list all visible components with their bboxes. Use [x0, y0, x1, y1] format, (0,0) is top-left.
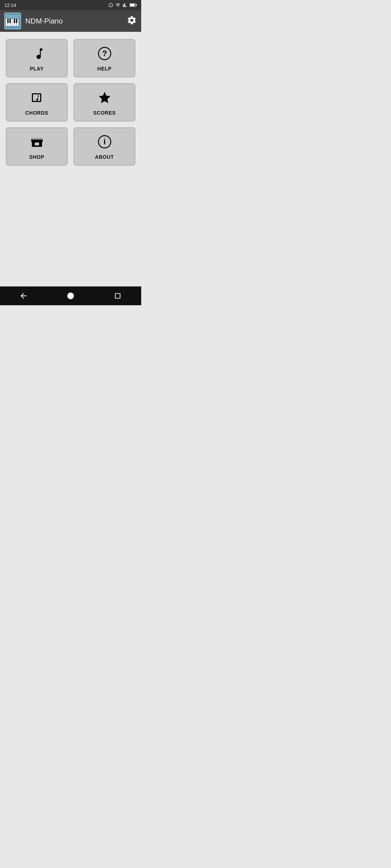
svg-text:?: ? [102, 49, 107, 58]
notification-icon [108, 3, 113, 8]
play-icon [30, 46, 44, 63]
recents-button[interactable] [107, 289, 129, 303]
battery-icon [130, 3, 137, 7]
app-logo [4, 13, 21, 29]
svg-rect-11 [9, 19, 11, 23]
svg-rect-28 [115, 293, 120, 298]
svg-rect-23 [35, 142, 39, 145]
help-icon: ? [97, 46, 112, 63]
status-icons [108, 3, 137, 8]
back-button[interactable] [13, 289, 34, 303]
about-icon: i [97, 135, 112, 151]
home-button[interactable] [60, 289, 81, 303]
shop-label: SHOP [29, 154, 45, 160]
signal-icon [123, 3, 128, 8]
svg-marker-20 [99, 92, 110, 103]
about-label: ABOUT [95, 154, 114, 160]
piano-logo-icon [5, 13, 21, 29]
about-button[interactable]: i ABOUT [73, 127, 135, 166]
svg-rect-12 [14, 19, 15, 23]
back-icon [19, 292, 28, 300]
play-button[interactable]: PLAY [6, 39, 68, 77]
menu-grid: PLAY ? HELP CHOR [6, 39, 135, 166]
gear-icon [127, 15, 137, 25]
scores-icon [97, 90, 112, 107]
svg-rect-2 [130, 4, 135, 6]
main-content: PLAY ? HELP CHOR [0, 32, 141, 286]
chords-button[interactable]: CHORDS [6, 83, 68, 122]
help-label: HELP [97, 66, 112, 72]
svg-rect-13 [16, 19, 17, 23]
svg-point-27 [67, 293, 74, 299]
status-time: 12:14 [4, 3, 16, 8]
svg-rect-1 [136, 4, 137, 6]
top-bar: NDM-Piano [0, 10, 141, 32]
play-label: PLAY [30, 66, 43, 72]
recents-icon [114, 292, 121, 299]
status-bar: 12:14 [0, 0, 141, 10]
help-button[interactable]: ? HELP [73, 39, 135, 77]
shop-icon [30, 135, 44, 151]
nav-bar [0, 286, 141, 305]
chords-label: CHORDS [25, 110, 49, 116]
scores-button[interactable]: SCORES [73, 83, 135, 122]
svg-rect-10 [7, 19, 9, 23]
chords-icon [30, 90, 44, 107]
shop-button[interactable]: SHOP [6, 127, 68, 166]
wifi-icon [115, 3, 121, 8]
svg-text:i: i [103, 137, 105, 146]
settings-button[interactable] [127, 15, 137, 27]
home-icon [67, 292, 75, 300]
app-title: NDM-Piano [25, 17, 127, 25]
scores-label: SCORES [93, 110, 115, 116]
